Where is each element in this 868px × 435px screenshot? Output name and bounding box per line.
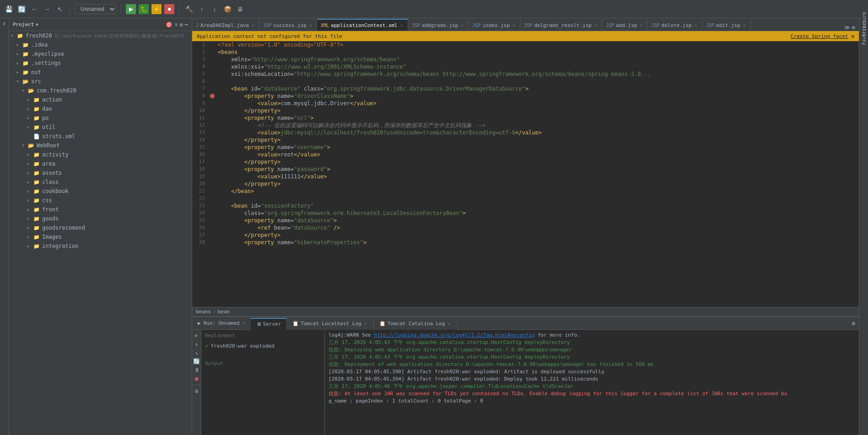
tree-item-idea[interactable]: ▶ 📁 .idea xyxy=(9,40,192,49)
tree-item-struts[interactable]: 📄 struts.xml xyxy=(9,132,192,141)
stop-button[interactable]: ■ xyxy=(164,4,174,14)
collapse-icon[interactable]: ⬆ xyxy=(174,21,178,28)
run-tab-unnamed[interactable]: Unnamed xyxy=(218,320,239,326)
run-refresh-button[interactable]: 🔄 xyxy=(193,358,200,365)
arrow-down-button[interactable]: ↓ xyxy=(210,4,220,14)
tree-item-assets[interactable]: ▶ 📁 assets xyxy=(9,168,192,177)
run-resume-button[interactable]: ▶ xyxy=(193,332,200,339)
tree-item-src[interactable]: ▼ 📂 src xyxy=(9,77,192,86)
tab-close-index[interactable]: × xyxy=(512,23,516,28)
run-tab-close[interactable]: × xyxy=(242,321,245,326)
tree-item-settings[interactable]: ▶ 📁 .settings xyxy=(9,59,192,68)
tab-close-delgrade[interactable]: × xyxy=(593,23,598,28)
tree-root-path: D:\workspace-idea\生鲜020源码\服务端\fresh020 xyxy=(55,32,184,39)
project-icon[interactable]: P xyxy=(0,20,9,28)
folder-icon-action: 📁 xyxy=(33,96,40,103)
tree-item-css[interactable]: ▶ 📁 css xyxy=(9,196,192,205)
breakpoint-8[interactable] xyxy=(210,94,215,98)
log-link-1[interactable]: http://logging.apache.org/log4j/1.2/faq.… xyxy=(374,332,534,338)
deployment-status-icon: ✓ xyxy=(205,342,209,349)
run-stop-button[interactable]: ■ xyxy=(193,375,200,382)
tree-item-dao[interactable]: ▶ 📁 dao xyxy=(9,104,192,113)
sync-button[interactable]: 🔄 xyxy=(16,4,27,14)
tree-item-action[interactable]: ▶ 📁 action xyxy=(9,95,192,104)
tree-item-area[interactable]: ▶ 📁 area xyxy=(9,159,192,168)
tree-item-webroot[interactable]: ▼ 📂 WebRoot xyxy=(9,141,192,150)
config-dropdown[interactable]: Unnamed xyxy=(75,4,116,14)
tab-close-edit[interactable]: × xyxy=(742,23,747,28)
tab-close-application-context[interactable]: × xyxy=(399,23,404,28)
editor-settings-icon[interactable]: ⚙ xyxy=(852,24,855,31)
left-icon-panel: P xyxy=(0,18,9,435)
tab-add[interactable]: JSP add.jsp × xyxy=(602,19,647,31)
settings-icon[interactable]: ⚙ xyxy=(180,21,183,28)
bottom-tab-catalina-log[interactable]: 📋 Tomcat Catalina Log × xyxy=(374,318,458,330)
tab-index[interactable]: JSP index.jsp × xyxy=(469,19,520,31)
log-line-7: [2020-03-17 04:05:45,394] Artifact fresh… xyxy=(329,376,855,383)
breadcrumb-beans[interactable]: beans xyxy=(196,309,211,315)
bottom-tab-localhost-log[interactable]: 📋 Tomcat Localhost Log × xyxy=(287,318,373,330)
run-step-button[interactable]: ↓ xyxy=(193,340,200,348)
tree-item-activity[interactable]: ▶ 📁 activity xyxy=(9,150,192,159)
tree-item-out[interactable]: ▶ 📁 out xyxy=(9,68,192,77)
tree-item-po[interactable]: ▶ 📁 po xyxy=(9,113,192,123)
tab-close-delete[interactable]: × xyxy=(694,23,698,28)
tab-edit[interactable]: JSP edit.jsp × xyxy=(702,19,751,31)
minimize-icon[interactable]: — xyxy=(185,21,188,28)
tab-close-area-dao[interactable]: × xyxy=(251,23,255,28)
cursor-button[interactable]: ↖ xyxy=(55,4,65,14)
code-editor[interactable]: 1 <?xml version="1.0" encoding="UTF-8"?>… xyxy=(192,41,859,307)
folder-icon-root: 📁 xyxy=(16,32,24,39)
run-settings-button[interactable]: ⚙ xyxy=(193,387,200,395)
tree-item-class[interactable]: ▶ 📁 class xyxy=(9,177,192,187)
arrow-up-button[interactable]: ↑ xyxy=(197,4,207,14)
tree-item-goodsrecomend[interactable]: ▶ 📁 goodsrecomend xyxy=(9,223,192,232)
tree-item-goods[interactable]: ▶ 📁 goods xyxy=(9,214,192,223)
debug-button[interactable]: 🐛 xyxy=(139,4,149,14)
tab-close-addgrade[interactable]: × xyxy=(460,23,464,28)
bottom-tab-localhost-close[interactable]: × xyxy=(363,321,368,326)
tab-close-success[interactable]: × xyxy=(308,23,313,28)
breadcrumb-bean[interactable]: bean xyxy=(218,309,230,315)
tab-delgrade[interactable]: JSP delgrade_result.jsp × xyxy=(520,19,602,31)
run-pause-button[interactable]: ⏸ xyxy=(193,366,200,374)
tree-item-front[interactable]: ▶ 📁 front xyxy=(9,205,192,214)
forward-button[interactable]: → xyxy=(42,4,52,14)
save-button[interactable]: 💾 xyxy=(4,4,14,14)
deployment-item[interactable]: ✓ fresh020:war exploded xyxy=(203,341,323,350)
deploy-button[interactable]: 📦 xyxy=(222,4,232,14)
tree-arrow-root: ▼ xyxy=(11,33,16,38)
tree-item-util[interactable]: ▶ 📁 util xyxy=(9,123,192,132)
run-step-into-button[interactable]: ↘ xyxy=(193,349,200,356)
hammer-button[interactable]: 🔨 xyxy=(184,4,194,14)
project-dropdown-icon[interactable]: ▼ xyxy=(36,22,38,27)
tab-success[interactable]: JSP success.jsp × xyxy=(259,19,317,31)
bottom-tab-server[interactable]: 🖥 Server xyxy=(251,318,287,330)
bottom-settings-icon[interactable]: ⚙ xyxy=(852,320,855,327)
back-button[interactable]: ← xyxy=(29,4,39,14)
folder-icon-cookbook: 📁 xyxy=(33,188,40,195)
more-tabs-icon[interactable]: ≫ xyxy=(844,24,850,31)
tree-item-cookbook[interactable]: ▶ 📁 cookbook xyxy=(9,187,192,196)
tab-icon-java: J xyxy=(196,23,199,28)
tab-area-dao[interactable]: J AreaDAOImpl.java × xyxy=(192,19,259,31)
tab-addgrade[interactable]: JSP addgrade.jsp × xyxy=(408,19,469,31)
code-line-25: 25 <property name="dataSource"> xyxy=(192,217,859,224)
tab-application-context[interactable]: XML applicationContext.xml × xyxy=(317,19,408,31)
tree-item-myeclipse[interactable]: ▶ 📁 .myeclipse xyxy=(9,49,192,59)
tree-item-images[interactable]: ▶ 📁 Images xyxy=(9,232,192,242)
tree-item-com[interactable]: ▼ 📂 com.fresh020 xyxy=(9,86,192,95)
create-spring-facet-link[interactable]: Create Spring facet xyxy=(791,33,848,39)
tomcat-button[interactable]: 🖥 xyxy=(235,4,245,14)
right-icon-2[interactable]: Favorites xyxy=(860,28,868,37)
info-settings-icon[interactable]: ⚙ xyxy=(851,33,854,39)
tab-delete[interactable]: JSP delete.jsp × xyxy=(647,19,702,31)
tree-root[interactable]: ▼ 📁 fresh020 D:\workspace-idea\生鲜020源码\服… xyxy=(9,31,192,40)
locate-icon[interactable]: 🎯 xyxy=(166,21,173,28)
tab-close-add[interactable]: × xyxy=(639,23,643,28)
tree-item-integration[interactable]: ▶ 📁 integration xyxy=(9,242,192,251)
build-button[interactable]: ⚡ xyxy=(151,4,162,14)
run-button[interactable]: ▶ xyxy=(126,4,136,14)
bottom-tab-catalina-close[interactable]: × xyxy=(447,321,452,326)
deployment-label: fresh020:war exploded xyxy=(210,343,274,349)
